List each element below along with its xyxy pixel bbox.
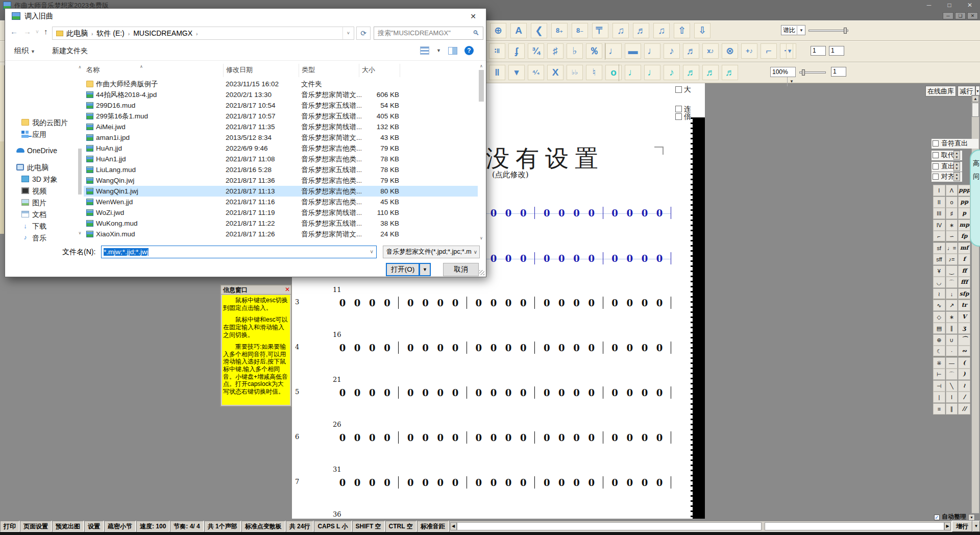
auto-arrange-checkbox[interactable]: ✓	[934, 515, 940, 520]
file-row[interactable]: 299第16条1.mud2021/8/17 10:57音乐梦想家五线谱...40…	[84, 111, 478, 121]
file-row[interactable]: XiaoXin.mud2021/8/17 11:26音乐梦想家简谱文...24 …	[84, 229, 478, 239]
measure[interactable]: 0000	[467, 431, 535, 444]
note-beat[interactable]: 0	[505, 432, 512, 443]
note-beat[interactable]: 0	[384, 432, 390, 443]
note-beat[interactable]: 0	[422, 432, 429, 443]
panel-checkbox-icon[interactable]	[933, 140, 939, 147]
ornament-button[interactable]: ♪=	[946, 254, 958, 265]
note-beat[interactable]: 0	[656, 343, 663, 353]
note-beat[interactable]: 0	[491, 343, 497, 353]
score-system[interactable]: 00000000000000000000	[331, 476, 671, 489]
note-beat[interactable]: 0	[520, 208, 527, 218]
ornament-button[interactable]: ≡	[933, 403, 945, 415]
breadcrumb-item-3[interactable]: MUSICDREAMGX	[133, 29, 192, 37]
ornament-button[interactable]: IV	[933, 220, 945, 231]
note-beat[interactable]: 0	[656, 477, 663, 488]
note-beat[interactable]: 0	[544, 432, 550, 443]
ornament-button[interactable]: ⌒	[946, 277, 958, 288]
note-beat[interactable]: 0	[520, 253, 527, 264]
ornament-button[interactable]: sfp	[958, 288, 970, 300]
note-beat[interactable]: 0	[407, 432, 414, 443]
page-checkbox-icon[interactable]	[675, 86, 682, 93]
note-beat[interactable]: 0	[656, 298, 663, 308]
note-beat[interactable]: 0	[422, 477, 429, 488]
ornament-button[interactable]: ◡	[933, 277, 945, 288]
panel-spinner[interactable]: ▲▼	[953, 162, 960, 171]
note-beat[interactable]: 0	[588, 208, 595, 218]
note-beat[interactable]: 0	[491, 432, 497, 443]
open-button[interactable]: 打开(O)	[386, 263, 420, 276]
ornament-button[interactable]: ▤	[933, 323, 945, 334]
ornament-button[interactable]: ∪	[946, 334, 958, 346]
measure[interactable]: 0000	[467, 386, 535, 399]
note-beat[interactable]: 0	[573, 387, 580, 398]
ornament-button[interactable]: I	[933, 185, 945, 196]
quarter-note-cyan-icon[interactable]: ♩	[644, 65, 660, 80]
filetype-select[interactable]: 音乐梦想家文件(*.jpd;*.jpc;*.m ∨	[383, 246, 480, 258]
column-header-name[interactable]: 名称∧	[84, 64, 224, 77]
sidebar-item-图片[interactable]: 图片	[5, 197, 77, 208]
note-beat[interactable]: 0	[558, 477, 565, 488]
dialog-title-bar[interactable]: 调入旧曲 ✕	[5, 9, 486, 24]
column-header-size[interactable]: 大小	[359, 64, 400, 77]
note-beat[interactable]: 0	[505, 477, 512, 488]
double-flat-icon[interactable]: ♭♭	[567, 65, 583, 80]
note-beat[interactable]: 0	[369, 298, 376, 308]
zoom-dropdown-icon[interactable]: ▼	[787, 77, 794, 86]
half-note-icon[interactable]: ♩	[644, 43, 660, 59]
measure[interactable]: 0000	[331, 296, 399, 309]
note-beat[interactable]: 0	[573, 253, 580, 264]
repeat-barline-icon[interactable]: ∶‖	[489, 43, 505, 59]
note-beat[interactable]: 0	[558, 253, 565, 264]
maximize-button[interactable]: □	[939, 0, 960, 10]
ornament-button[interactable]: ◇	[933, 311, 945, 323]
ornament-button[interactable]: pp	[958, 197, 970, 208]
measure[interactable]: 0000	[331, 341, 399, 354]
sidebar-item-视频[interactable]: 视频	[5, 185, 77, 197]
ornament-button[interactable]: ⌒	[946, 369, 958, 380]
ornament-button[interactable]: mp	[958, 220, 970, 231]
status-segment-5[interactable]: 疏密小节	[104, 521, 136, 532]
measure[interactable]: 0000	[603, 431, 671, 444]
scrollbar-thumb[interactable]	[972, 103, 979, 117]
panel-checkbox-icon[interactable]	[933, 174, 939, 180]
view-dropdown-icon[interactable]: ▼	[436, 48, 441, 53]
ornament-button[interactable]: ⊕	[933, 334, 945, 346]
scroll-track-1[interactable]	[457, 522, 762, 530]
note-beat[interactable]: 0	[656, 208, 663, 218]
note-beat[interactable]: 0	[626, 253, 633, 264]
note-beat[interactable]: 0	[611, 387, 618, 398]
note-beat[interactable]: 0	[475, 298, 482, 308]
status-segment-4[interactable]: 设置	[84, 521, 104, 532]
search-input[interactable]: 搜索"MUSICDREAMGX" 🔍︎	[374, 27, 483, 40]
note-beat[interactable]: 0	[505, 253, 512, 264]
note-group-1-icon[interactable]: ♫	[612, 23, 629, 38]
note-beat[interactable]: 0	[452, 387, 459, 398]
zoom-select[interactable]: 100%▼	[770, 67, 796, 77]
ornament-button[interactable]: ∥	[946, 403, 958, 415]
status-segment-7[interactable]: 节奏: 4/ 4	[170, 521, 203, 532]
measure[interactable]: 0000	[535, 476, 603, 489]
measure[interactable]: 0000	[467, 296, 535, 309]
sidebar-scroll-down-icon[interactable]: ∨	[78, 231, 82, 235]
sixteenth-note-cyan-icon[interactable]: ♬	[683, 65, 699, 80]
status-segment-14[interactable]: 标准音距	[417, 521, 449, 532]
scale-slider[interactable]	[808, 30, 848, 32]
measure[interactable]: 0000	[467, 476, 535, 489]
ornament-button[interactable]: ʒ	[958, 323, 970, 334]
note-beat[interactable]: 0	[642, 343, 648, 353]
denominator-input[interactable]: 1	[829, 46, 844, 56]
scroll-right-icon[interactable]: ▶	[944, 522, 951, 530]
ornament-button[interactable]: ⊢	[933, 369, 945, 380]
scroll-track-2[interactable]	[765, 522, 944, 530]
note-beat[interactable]: 0	[544, 298, 550, 308]
info-window[interactable]: 信息窗口 ✕ 鼠标中键或esc切换到固定点击输入。鼠标中键和esc可以在固定输入…	[220, 284, 292, 407]
ornament-button[interactable]: ·	[946, 346, 958, 357]
note-beat[interactable]: 0	[656, 253, 663, 264]
measure[interactable]: 0000	[535, 206, 603, 220]
file-list-scrollbar[interactable]: ∧ ∨	[478, 63, 484, 240]
help-icon[interactable]: ?	[464, 46, 474, 55]
sidebar-item-我的云图片[interactable]: 我的云图片	[5, 117, 77, 128]
new-folder-button[interactable]: 新建文件夹	[52, 46, 88, 56]
measure[interactable]: 0000	[467, 341, 535, 354]
